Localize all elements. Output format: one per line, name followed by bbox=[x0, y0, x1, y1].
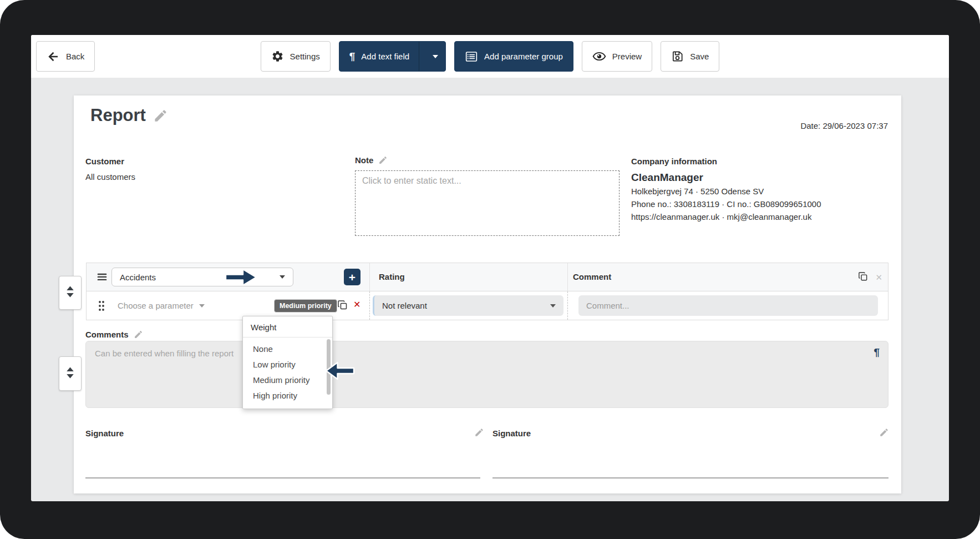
comments-textarea[interactable]: Can be entered when filling the report ¶ bbox=[85, 341, 888, 408]
weight-dropdown-menu: Weight None Low priority Medium priority… bbox=[242, 316, 333, 409]
rating-column-header: Rating bbox=[379, 272, 405, 281]
reorder-handle-parameter-group[interactable] bbox=[59, 276, 82, 310]
edit-note-pencil-icon[interactable] bbox=[378, 155, 388, 165]
weight-dropdown-list: None Low priority Medium priority High p… bbox=[243, 337, 332, 409]
comments-label: Comments bbox=[85, 330, 129, 339]
comments-placeholder: Can be entered when filling the report bbox=[95, 349, 233, 358]
weight-badge[interactable]: Medium priority bbox=[274, 299, 337, 313]
note-static-text-box[interactable]: Click to enter static text... bbox=[355, 170, 620, 236]
parameter-row: Choose a parameter Medium priority ✕ Not… bbox=[87, 291, 888, 320]
rating-select-value: Not relevant bbox=[382, 301, 427, 310]
settings-button[interactable]: Settings bbox=[261, 41, 331, 72]
gear-icon bbox=[271, 50, 284, 63]
note-label: Note bbox=[355, 155, 373, 165]
parameter-group-panel: Accidents + Rating Comment ✕ bbox=[86, 263, 888, 320]
customer-label: Customer bbox=[85, 157, 135, 166]
save-button[interactable]: Save bbox=[661, 41, 719, 72]
remove-group-icon[interactable]: ✕ bbox=[875, 273, 882, 283]
chevron-down-icon bbox=[550, 304, 556, 308]
edit-comments-pencil-icon[interactable] bbox=[134, 330, 143, 339]
screenshot-frame: Back Settings ¶ Add text field bbox=[0, 0, 980, 539]
edit-signature-right-pencil-icon[interactable] bbox=[879, 427, 889, 437]
company-name: CleanManager bbox=[631, 172, 897, 184]
company-web-mail: https://cleanmanager.uk · mkj@cleanmanag… bbox=[631, 211, 897, 222]
chevron-down-icon bbox=[433, 55, 438, 58]
pilcrow-icon: ¶ bbox=[874, 346, 880, 359]
comments-section-label: Comments bbox=[85, 330, 143, 339]
weight-option-high[interactable]: High priority bbox=[243, 388, 332, 404]
save-icon bbox=[671, 50, 684, 63]
plus-icon: + bbox=[349, 271, 356, 283]
column-divider bbox=[567, 263, 568, 291]
duplicate-parameter-icon[interactable] bbox=[337, 299, 348, 313]
add-parameter-group-button[interactable]: Add parameter group bbox=[454, 41, 573, 72]
weight-option-low[interactable]: Low priority bbox=[243, 357, 332, 372]
company-address: Holkebjergvej 74 · 5250 Odense SV bbox=[631, 186, 897, 197]
parameter-select-placeholder: Choose a parameter bbox=[118, 301, 194, 310]
duplicate-group-icon[interactable] bbox=[857, 271, 869, 284]
customer-value: All customers bbox=[85, 172, 135, 182]
customer-section: Customer All customers bbox=[85, 157, 135, 182]
note-placeholder: Click to enter static text... bbox=[362, 176, 461, 185]
save-label: Save bbox=[690, 52, 709, 61]
annotation-arrow-right-icon bbox=[225, 267, 258, 290]
pilcrow-icon: ¶ bbox=[349, 51, 356, 62]
settings-label: Settings bbox=[290, 52, 320, 61]
signature-right-line bbox=[492, 477, 888, 478]
column-divider bbox=[567, 291, 568, 320]
page-title: Report bbox=[90, 105, 146, 125]
chevron-down-icon bbox=[280, 275, 285, 279]
remove-parameter-icon[interactable]: ✕ bbox=[353, 300, 360, 309]
parameter-group-header: Accidents + Rating Comment ✕ bbox=[87, 263, 888, 291]
group-select[interactable]: Accidents bbox=[111, 268, 293, 286]
edit-signature-left-pencil-icon[interactable] bbox=[474, 427, 484, 437]
parameter-list-icon bbox=[465, 50, 478, 63]
comment-column-header: Comment bbox=[573, 272, 611, 281]
signature-left-label: Signature bbox=[85, 429, 124, 438]
toolbar: Back Settings ¶ Add text field bbox=[31, 35, 949, 78]
add-text-field-label: Add text field bbox=[361, 52, 409, 61]
column-divider bbox=[369, 291, 370, 320]
preview-button[interactable]: Preview bbox=[582, 41, 652, 72]
edit-title-pencil-icon[interactable] bbox=[153, 108, 168, 123]
report-card: Report Date: 29/06-2023 07:37 Customer A… bbox=[74, 95, 901, 493]
reorder-handle-comments[interactable] bbox=[59, 356, 82, 391]
toolbar-center: Settings ¶ Add text field Add parameter … bbox=[31, 41, 949, 72]
weight-dropdown-header: Weight bbox=[243, 316, 332, 337]
report-date: Date: 29/06-2023 07:37 bbox=[800, 121, 888, 130]
annotation-arrow-left-icon bbox=[324, 360, 355, 384]
up-down-arrows-icon bbox=[65, 285, 75, 300]
company-info-section: Company information CleanManager Holkebj… bbox=[631, 157, 897, 222]
parameter-select[interactable]: Choose a parameter bbox=[118, 291, 205, 320]
column-divider bbox=[369, 263, 370, 291]
up-down-arrows-icon bbox=[65, 366, 75, 381]
app-window: Back Settings ¶ Add text field bbox=[31, 35, 949, 501]
eye-icon bbox=[592, 49, 606, 63]
rating-select[interactable]: Not relevant bbox=[373, 295, 563, 316]
add-parameter-group-label: Add parameter group bbox=[484, 52, 563, 61]
company-phone-ci: Phone no.: 3308183119 · CI no.: GB089099… bbox=[631, 199, 897, 209]
add-text-field-dropdown-toggle[interactable] bbox=[425, 42, 445, 71]
preview-label: Preview bbox=[612, 52, 642, 61]
company-info-label: Company information bbox=[631, 157, 897, 166]
weight-option-none[interactable]: None bbox=[243, 341, 332, 357]
add-parameter-button[interactable]: + bbox=[344, 269, 360, 285]
note-section: Note Click to enter static text... bbox=[355, 155, 620, 236]
add-text-field-button[interactable]: ¶ Add text field bbox=[339, 41, 446, 72]
group-drag-handle-icon[interactable] bbox=[96, 271, 108, 285]
parameter-drag-handle-icon[interactable] bbox=[98, 300, 105, 314]
chevron-down-icon bbox=[199, 304, 205, 308]
group-select-value: Accidents bbox=[120, 273, 156, 282]
signature-left-line bbox=[85, 477, 480, 478]
weight-option-medium[interactable]: Medium priority bbox=[243, 372, 332, 388]
signature-right-label: Signature bbox=[492, 429, 531, 438]
comment-input[interactable] bbox=[578, 295, 878, 316]
split-divider bbox=[419, 42, 419, 71]
